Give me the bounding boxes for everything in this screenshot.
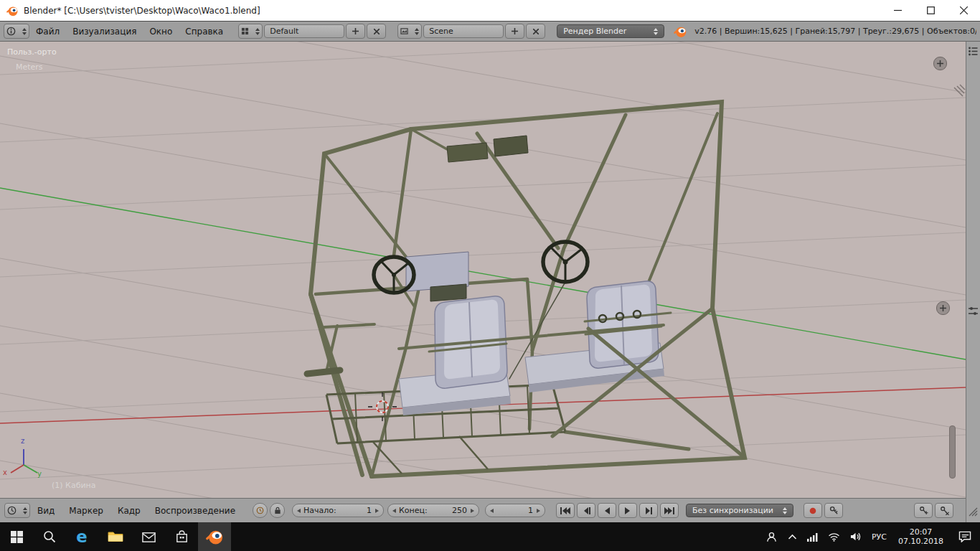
language-indicator[interactable]: РУС [867,522,892,551]
blender-icon [205,527,224,546]
layout-grid-icon [241,27,249,35]
scene-name-field[interactable]: Scene [423,24,504,38]
blender-app-icon [6,4,19,17]
scene-add-button[interactable] [505,24,524,39]
scene-delete-button[interactable] [526,24,545,39]
chevron-up-icon [788,534,797,540]
render-engine-select[interactable]: Рендер Blender [557,24,664,38]
tray-date: 07.10.2018 [898,537,943,546]
timeline-menu-playback[interactable]: Воспроизведение [148,506,242,516]
lock-icon [274,507,281,514]
store-button[interactable] [165,522,198,551]
jump-to-start-button[interactable] [556,503,575,518]
info-header: Файл Визуализация Окно Справка Default [0,22,980,42]
jump-to-end-button[interactable] [660,503,679,518]
volume-button[interactable] [845,522,867,551]
blender-logo-icon [673,24,687,39]
edge-button[interactable]: e [66,522,99,551]
outliner-icon[interactable] [968,46,979,57]
scene-icon [400,27,408,35]
keying-set-button[interactable] [824,503,843,518]
auto-keyframe-record-button[interactable] [804,503,822,518]
timeline-menu-view[interactable]: Вид [30,506,62,516]
window-controls [881,0,980,21]
resize-grip-icon[interactable] [968,507,979,517]
blender-window: Blender* [C:\Users\tvister\Desktop\Waco\… [0,0,980,551]
viewport-scrollbar[interactable] [949,425,956,479]
next-keyframe-button[interactable] [639,503,658,518]
screen-layout-selector: Default [238,24,386,39]
delete-keyframe-button[interactable] [935,503,953,518]
scene-selector: Scene [397,24,545,39]
menu-file[interactable]: Файл [29,27,66,37]
menu-window[interactable]: Окно [143,27,179,37]
search-button[interactable] [33,522,66,551]
lock-toggle[interactable] [270,503,285,518]
minimize-button[interactable] [881,0,914,21]
notification-icon [958,531,971,542]
prev-keyframe-button[interactable] [577,503,595,518]
action-center-button[interactable] [950,522,980,551]
mail-icon [141,529,156,545]
model-frame [307,102,745,476]
maximize-button[interactable] [914,0,947,21]
timeline-menu-marker[interactable]: Маркер [62,506,110,516]
editor-type-button[interactable] [4,24,29,39]
transport-controls [554,503,679,518]
close-icon [374,29,380,34]
windows-taskbar: e [0,522,980,551]
signal-bars-icon [807,532,818,542]
right-region-strip [966,42,980,522]
scene-stats: v2.76 | Вершин:15,625 | Граней:15,797 | … [694,27,976,36]
scene-browse-button[interactable] [397,24,422,39]
sync-mode-select[interactable]: Без синхронизации [686,504,793,517]
key-plus-icon [919,506,928,515]
current-frame-field[interactable]: 1 [485,504,545,517]
titlebar: Blender* [C:\Users\tvister\Desktop\Waco\… [0,0,980,22]
frame-end-field[interactable]: Конец: 250 [387,504,479,517]
tray-time: 20:07 [910,527,933,537]
menu-help[interactable]: Справка [179,27,230,37]
mail-button[interactable] [132,522,165,551]
blender-taskbar-button[interactable] [198,522,231,551]
layout-browse-button[interactable] [238,24,263,39]
preview-range-toggle[interactable] [253,503,268,518]
people-tray-button[interactable] [760,522,783,551]
file-explorer-button[interactable] [99,522,132,551]
properties-icon[interactable] [968,306,979,316]
insert-keyframe-button[interactable] [914,503,933,518]
region-expand-mid-icon[interactable] [936,301,950,315]
person-icon [765,531,778,543]
play-reverse-button[interactable] [598,503,616,518]
wifi-button[interactable] [823,522,845,551]
viewport-3d[interactable]: Польз.-орто Meters (1) Кабина z x y [0,42,966,498]
timeline-menu-frame[interactable]: Кадр [110,506,148,516]
timeline-editor-button[interactable] [4,503,30,518]
play-button[interactable] [618,503,637,518]
menu-render[interactable]: Визуализация [66,27,143,37]
clock-tray[interactable]: 20:07 07.10.2018 [892,522,950,551]
system-tray: РУС 20:07 07.10.2018 [760,522,980,551]
hidden-icons-button[interactable] [783,522,802,551]
key-minus-icon [940,506,949,515]
network-signal-button[interactable] [802,522,823,551]
frame-start-field[interactable]: Начало: 1 [292,504,384,517]
region-expand-top-icon[interactable] [933,57,947,70]
layout-delete-button[interactable] [367,24,386,39]
scene-3d-model [0,42,966,498]
plus-icon [352,28,359,34]
grid-lines [0,42,966,498]
svg-text:e: e [76,527,87,546]
close-button[interactable] [947,0,980,21]
search-icon [43,530,56,543]
wifi-icon [828,532,840,542]
clock-icon [7,506,17,515]
plus-icon [512,28,518,34]
axis-gizmo [11,449,37,473]
speaker-icon [850,532,862,542]
close-icon [533,29,539,34]
layout-name-field[interactable]: Default [264,24,344,38]
viewport-corner-grip[interactable] [954,85,965,96]
start-button[interactable] [0,522,33,551]
layout-add-button[interactable] [346,24,365,39]
